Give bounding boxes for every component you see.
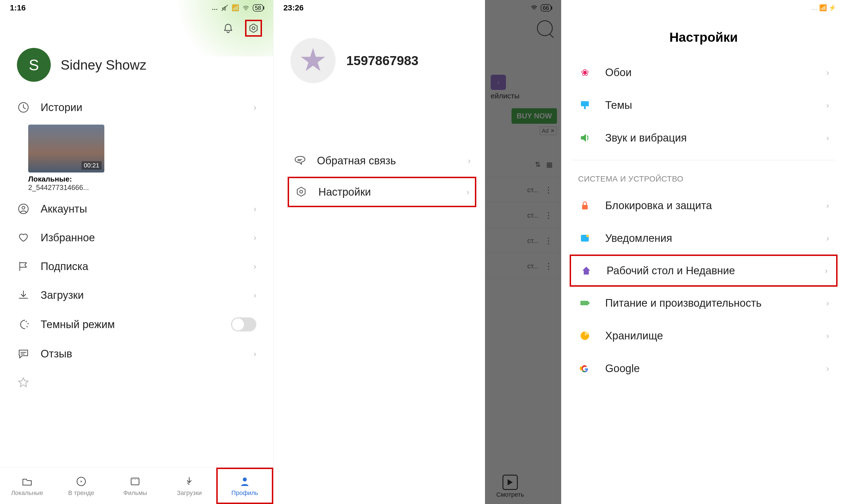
nav-movies[interactable]: Фильмы: [108, 468, 162, 504]
screen-system-settings: ‎ … 📶 ⚡ Настройки ❀ Обои › Темы › Звук и…: [561, 0, 846, 504]
story-caption-1: Локальные:: [28, 175, 245, 183]
status-bar: 23:26: [274, 0, 485, 16]
top-toolbar: [0, 16, 273, 41]
settings-item-home-highlighted[interactable]: Рабочий стол и Недавние ›: [570, 254, 838, 287]
username-label: 1597867983: [346, 53, 419, 68]
svg-rect-6: [131, 478, 139, 485]
nav-trending[interactable]: В тренде: [54, 468, 108, 504]
bottom-navigation: Локальные В тренде Фильмы Загрузки Профи…: [0, 467, 273, 504]
chevron-right-icon: ›: [825, 266, 828, 275]
chevron-right-icon: ›: [253, 349, 256, 359]
settings-item-themes[interactable]: Темы ›: [572, 89, 835, 122]
chevron-right-icon: ›: [826, 331, 829, 341]
download-nav-icon: [183, 475, 195, 488]
page-title: Настройки: [561, 16, 846, 56]
chevron-right-icon: ›: [253, 233, 256, 242]
menu-item-feedback[interactable]: Обратная связь ›: [290, 145, 474, 176]
settings-item-sound[interactable]: Звук и вибрация ›: [572, 122, 835, 154]
settings-item-google[interactable]: Google ›: [572, 352, 835, 385]
avatar: S: [17, 48, 51, 82]
battery-indicator: 58: [253, 4, 263, 12]
chevron-right-icon: ›: [826, 68, 829, 77]
settings-button[interactable]: [245, 20, 262, 37]
svg-point-0: [252, 27, 255, 30]
chevron-right-icon: ›: [253, 103, 256, 112]
settings-item-power[interactable]: Питание и производительность ›: [572, 287, 835, 319]
svg-rect-15: [588, 302, 589, 304]
settings-system-list-2: Питание и производительность › Хранилище…: [561, 287, 846, 385]
lock-icon: [578, 199, 592, 212]
settings-list: ❀ Обои › Темы › Звук и вибрация ›: [561, 56, 846, 154]
gear-hex-icon: [295, 185, 308, 198]
screen-account: 23:26 1597867983 Обратная связь › Настро…: [274, 0, 485, 504]
svg-point-5: [81, 481, 82, 482]
person-circle-icon: [17, 202, 30, 215]
chevron-right-icon: ›: [826, 233, 829, 243]
story-thumbnail: 00:21: [28, 125, 104, 173]
menu-item-subscription[interactable]: Подписка ›: [11, 252, 262, 281]
moon-icon: [17, 318, 30, 331]
download-icon: [17, 289, 30, 302]
clock-icon: [17, 101, 30, 114]
svg-point-3: [22, 206, 25, 209]
story-caption-2: 2_544277314666...: [28, 183, 245, 192]
home-icon: [580, 264, 593, 277]
settings-item-wallpaper[interactable]: ❀ Обои ›: [572, 56, 835, 89]
play-circle-icon: [75, 475, 87, 488]
chevron-right-icon: ›: [466, 187, 469, 197]
profile-header[interactable]: 1597867983: [274, 16, 485, 100]
chevron-right-icon: ›: [826, 133, 829, 143]
screen-profile: 1:16 … 📶 58 S Sidney Showz Истории › 00:…: [0, 0, 274, 504]
settings-item-lock[interactable]: Блокировка и защита ›: [572, 189, 835, 222]
star-outline-icon: [17, 376, 30, 389]
storage-pie-icon: [578, 329, 592, 342]
menu-item-settings[interactable]: Настройки ›: [288, 177, 476, 207]
svg-point-13: [586, 235, 589, 237]
settings-item-storage[interactable]: Хранилище ›: [572, 319, 835, 352]
menu-item-truncated[interactable]: [11, 368, 262, 397]
menu-item-downloads[interactable]: Загрузки ›: [11, 281, 262, 309]
settings-category: СИСТЕМА И УСТРОЙСТВО: [561, 166, 846, 189]
menu-item-feedback[interactable]: Отзыв ›: [11, 339, 262, 368]
flag-icon: [17, 260, 30, 273]
username-label: Sidney Showz: [60, 57, 146, 73]
nav-downloads[interactable]: Загрузки: [162, 468, 216, 504]
heart-icon: [17, 231, 30, 244]
notifications-button[interactable]: [220, 20, 236, 37]
chevron-right-icon: ›: [826, 298, 829, 308]
wallpaper-icon: ❀: [578, 66, 592, 79]
battery-icon: [578, 296, 592, 310]
chevron-right-icon: ›: [826, 100, 829, 110]
google-icon: [578, 362, 592, 375]
svg-rect-11: [582, 205, 588, 210]
status-time: 1:16: [10, 3, 26, 13]
notifications-square-icon: [578, 231, 592, 245]
person-icon: [239, 475, 251, 488]
menu-item-favorites[interactable]: Избранное ›: [11, 223, 262, 252]
settings-item-notifications[interactable]: Уведомления ›: [572, 222, 835, 254]
status-time: 23:26: [283, 3, 304, 13]
bell-icon: [223, 22, 234, 34]
gear-hex-icon: [248, 22, 259, 34]
chevron-right-icon: ›: [468, 156, 471, 165]
divider: [572, 160, 835, 160]
settings-system-list: Блокировка и защита › Уведомления ›: [561, 189, 846, 254]
nav-profile[interactable]: Профиль: [216, 468, 273, 504]
svg-point-7: [243, 478, 247, 482]
svg-rect-9: [581, 101, 589, 106]
nav-local[interactable]: Локальные: [0, 468, 54, 504]
menu-item-history[interactable]: Истории ›: [11, 93, 262, 122]
chevron-right-icon: ›: [253, 262, 256, 271]
svg-rect-14: [580, 301, 588, 305]
film-icon: [129, 475, 141, 488]
profile-header[interactable]: S Sidney Showz: [0, 41, 273, 93]
modal-overlay[interactable]: [485, 0, 561, 504]
menu-item-accounts[interactable]: Аккаунты ›: [11, 195, 262, 223]
dark-mode-toggle[interactable]: [231, 318, 256, 331]
chat-bubble-icon: [293, 154, 306, 167]
star-icon: [300, 48, 326, 73]
history-story-thumb[interactable]: 00:21 Локальные: 2_544277314666...: [28, 125, 245, 192]
account-menu: Обратная связь › Настройки ›: [274, 145, 485, 207]
chevron-right-icon: ›: [253, 204, 256, 214]
avatar: [290, 38, 336, 83]
